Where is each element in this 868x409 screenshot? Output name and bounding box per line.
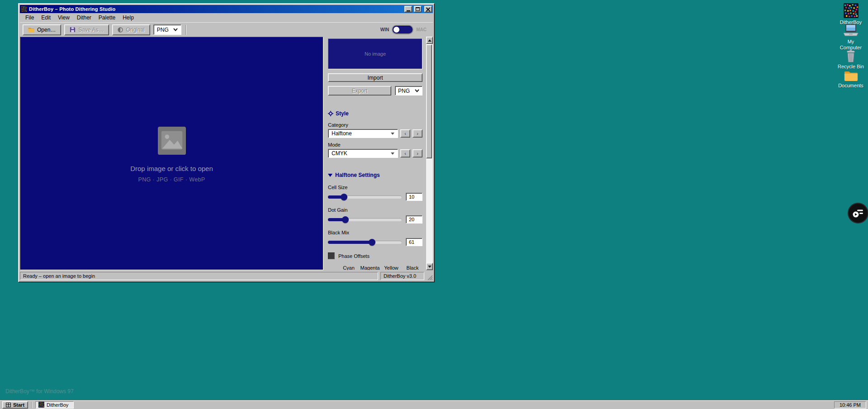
start-button[interactable]: Start xyxy=(2,401,28,409)
desktop-icon-ditherboy[interactable]: DitherBoy xyxy=(834,3,868,25)
original-button[interactable]: Original xyxy=(112,24,150,35)
dot-gain-group: Dot Gain xyxy=(328,207,422,224)
image-placeholder-icon xyxy=(158,127,186,155)
menu-help[interactable]: Help xyxy=(119,14,138,22)
minimize-button[interactable] xyxy=(404,6,412,12)
supported-formats-text: PNG · JPG · GIF · WebP xyxy=(138,176,205,183)
win-label: WIN xyxy=(380,27,389,32)
category-next-button[interactable]: › xyxy=(413,129,422,138)
taskbar-clock: 10:46 PM xyxy=(834,401,866,409)
prev-icon: ‹ xyxy=(404,151,406,156)
black-mix-slider[interactable] xyxy=(328,239,402,246)
black-mix-group: Black Mix xyxy=(328,230,422,246)
preview-empty-text: No image xyxy=(365,51,386,57)
taskbar-task-ditherboy[interactable]: DitherBoy xyxy=(35,401,74,409)
mode-label: Mode xyxy=(328,142,422,147)
dot-gain-label: Dot Gain xyxy=(328,207,422,213)
scrollbar-thumb[interactable] xyxy=(426,44,432,158)
menu-file[interactable]: File xyxy=(22,14,38,22)
platform-toggle[interactable] xyxy=(393,26,413,33)
cmyk-knobs-row: Cyan Magenta Yellow Black xyxy=(339,265,422,270)
phase-offsets-checkbox[interactable] xyxy=(328,252,335,259)
prev-icon: ‹ xyxy=(404,131,406,136)
status-bar: Ready – open an image to begin DitherBoy… xyxy=(20,271,433,281)
category-select[interactable]: Halftone xyxy=(328,129,398,138)
save-as-button[interactable]: Save As… xyxy=(64,24,109,35)
menu-dither[interactable]: Dither xyxy=(73,14,95,22)
category-row: Halftone ‹ › xyxy=(328,129,422,138)
mode-select[interactable]: CMYK xyxy=(328,149,398,158)
arrow-up-icon xyxy=(428,39,432,42)
phase-offsets-label: Phase Offsets xyxy=(338,253,370,259)
category-prev-button[interactable]: ‹ xyxy=(400,129,410,138)
chevron-down-icon xyxy=(391,133,394,135)
mode-prev-button[interactable]: ‹ xyxy=(400,149,410,157)
phase-offsets-row: Phase Offsets xyxy=(328,252,422,259)
version-badge: DitherBoy v3.0 xyxy=(380,272,424,280)
drop-hint-text: Drop image or click to open xyxy=(130,165,213,172)
slider-thumb[interactable] xyxy=(341,194,347,200)
image-drop-zone[interactable]: Drop image or click to open PNG · JPG · … xyxy=(20,37,323,270)
app-window: DitherBoy – Photo Dithering Studio File … xyxy=(18,3,435,282)
status-message: Ready – open an image to begin xyxy=(20,272,378,280)
import-button[interactable]: Import xyxy=(328,73,422,82)
toolbar-format-select[interactable]: PNG xyxy=(153,24,181,35)
export-button[interactable]: Export xyxy=(328,86,391,95)
slider-thumb[interactable] xyxy=(342,216,349,223)
export-format-select[interactable]: PNG xyxy=(395,86,422,95)
dot-gain-slider[interactable] xyxy=(328,216,402,223)
cell-size-label: Cell Size xyxy=(328,185,422,190)
close-icon xyxy=(426,7,430,11)
desktop-icon-documents[interactable]: Documents xyxy=(834,70,868,89)
desktop-icon-recycle-bin[interactable]: Recycle Bin xyxy=(834,50,868,70)
mode-row: CMYK ‹ › xyxy=(328,149,422,158)
window-title: DitherBoy – Photo Dithering Studio xyxy=(29,6,403,12)
menu-view[interactable]: View xyxy=(54,14,73,22)
dot-gain-input[interactable] xyxy=(406,215,422,224)
scrollbar-track[interactable] xyxy=(426,44,433,263)
panel-scrollbar[interactable] xyxy=(426,37,433,270)
preview-thumbnail: No image xyxy=(328,38,422,69)
cell-size-input[interactable] xyxy=(406,193,422,201)
toolbar: Open… Save As… Original PNG WIN MAC xyxy=(20,22,433,37)
resize-grip[interactable] xyxy=(427,274,433,281)
maximize-button[interactable] xyxy=(414,6,422,12)
cyan-knob-group: Cyan xyxy=(339,265,359,270)
cell-size-slider[interactable] xyxy=(328,194,402,200)
chevron-down-icon xyxy=(391,152,394,155)
slider-thumb[interactable] xyxy=(369,239,375,246)
chevron-down-icon xyxy=(415,89,419,92)
ditherboy-app-icon xyxy=(21,6,27,12)
menu-palette[interactable]: Palette xyxy=(95,14,119,22)
category-label: Category xyxy=(328,122,422,128)
desktop-watermark: DitherBoy™ for Windows 97 xyxy=(5,388,74,395)
media-list-icon xyxy=(852,208,864,218)
next-icon: › xyxy=(417,131,418,136)
black-mix-label: Black Mix xyxy=(328,230,422,235)
computer-icon xyxy=(843,24,859,38)
mode-next-button[interactable]: › xyxy=(413,149,422,157)
platform-toggle-group: WIN MAC xyxy=(380,26,430,33)
scroll-down-button[interactable] xyxy=(426,263,433,270)
close-button[interactable] xyxy=(424,6,432,12)
scroll-up-button[interactable] xyxy=(426,37,433,44)
desktop-icon-my-computer[interactable]: My Computer xyxy=(834,24,868,50)
gear-icon xyxy=(328,111,333,116)
toggle-knob xyxy=(394,27,399,33)
arrow-down-icon xyxy=(428,266,432,268)
black-knob-group: Black xyxy=(403,265,422,270)
floating-overlay-button[interactable] xyxy=(848,203,868,224)
ditherboy-app-icon xyxy=(844,3,859,18)
yellow-knob-group: Yellow xyxy=(381,265,401,270)
black-mix-input[interactable] xyxy=(406,238,422,246)
open-button[interactable]: Open… xyxy=(23,24,61,35)
desktop: DitherBoy – Photo Dithering Studio File … xyxy=(0,0,868,409)
recycle-bin-icon xyxy=(845,50,856,62)
title-bar[interactable]: DitherBoy – Photo Dithering Studio xyxy=(20,5,433,13)
export-row: Export PNG xyxy=(328,86,422,95)
menu-edit[interactable]: Edit xyxy=(38,14,54,22)
ditherboy-app-icon xyxy=(38,402,44,408)
taskbar-separator xyxy=(31,402,32,408)
mac-label: MAC xyxy=(416,27,427,32)
halftone-settings-header[interactable]: Halftone Settings xyxy=(328,172,422,178)
